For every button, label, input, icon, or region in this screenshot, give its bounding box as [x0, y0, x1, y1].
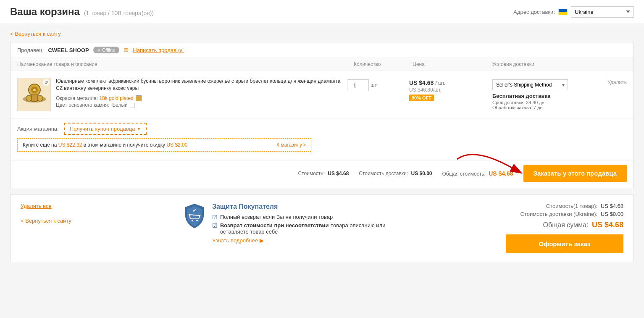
summary-shipping-value: US $0.00 — [601, 211, 623, 217]
main-content: < Вернуться к сайту Продавец: CWEEL SHOO… — [0, 24, 644, 269]
seller-name: CWEEL SHOOP — [48, 47, 89, 53]
shipping-cost-label: Стоимость доставки: — [359, 171, 408, 176]
summary-shipping-label: Стоимость доставки (Ukraine): — [520, 211, 598, 217]
promo-banner-text: Купите ещё на US $22.32 в этом магазине … — [23, 142, 187, 148]
to-store-link[interactable]: К магазину > — [276, 142, 306, 148]
promo-section: Акция магазина: Получить купон продавца … — [11, 118, 633, 160]
bottom-left: Удалить все < Вернуться к сайту — [21, 203, 71, 224]
refresh-icon[interactable]: ↺ — [43, 79, 50, 86]
price-value: US $4.68 — [409, 79, 434, 86]
protection-text2-bold: Возврат стоимости при несоответствии — [220, 222, 329, 229]
cart-footer: Стоимость: US $4.68 Стоимость доставки: … — [11, 160, 633, 189]
summary-total-row: Общая сумма: US $4.68 — [506, 221, 623, 229]
checkout-button[interactable]: Оформить заказ — [506, 234, 623, 253]
summary-cost-label: Стоимость(1 товар): — [546, 203, 597, 209]
svg-point-9 — [192, 220, 193, 221]
product-image: ↺ — [17, 78, 51, 111]
protection-text2: Возврат стоимости при несоответствии тов… — [220, 222, 394, 235]
discount-badge: 90% OFF — [409, 95, 434, 101]
coupon-btn-label: Получить купон продавца — [70, 126, 135, 132]
delivery-country-select[interactable]: Ukraine — [571, 6, 634, 18]
svg-point-4 — [26, 95, 32, 101]
bottom-bar: Удалить все < Вернуться к сайту ✓ — [10, 194, 634, 262]
delete-link[interactable]: Удалить — [607, 79, 627, 85]
col-quantity: Количество — [354, 61, 413, 67]
cost-label-footer: Стоимость: US $4.68 — [298, 171, 349, 176]
promo-label: Акция магазина: — [17, 126, 59, 132]
offline-dot-icon — [97, 49, 100, 52]
back-link-top[interactable]: < Вернуться к сайту — [10, 31, 61, 37]
order-button[interactable]: Заказать у этого продавца — [523, 165, 627, 182]
banner-amount2: US $2.00 — [166, 142, 187, 148]
buyer-protection: ✓ Защита Покупателя ☑ Полный возврат есл… — [184, 203, 394, 244]
get-coupon-button[interactable]: Получить купон продавца ▼ — [64, 123, 147, 135]
svg-rect-6 — [32, 94, 37, 102]
col-price: Цена — [413, 61, 492, 67]
summary-cost-value: US $4.68 — [601, 203, 623, 209]
protection-item2: ☑ Возврат стоимости при несоответствии т… — [212, 222, 394, 235]
seller-header: Продавец: CWEEL SHOOP Offline ✉ Написать… — [11, 42, 633, 58]
col-product: Наименование товара и описание — [17, 61, 354, 67]
check1-icon: ☑ — [212, 214, 218, 221]
promo-row: Акция магазина: Получить купон продавца … — [17, 123, 627, 135]
quantity-unit: шт. — [371, 82, 378, 88]
cost-value-footer: US $4.68 — [328, 171, 349, 176]
total-value-footer: US $4.68 — [489, 170, 513, 177]
attr1-value[interactable]: 18k gold plated — [99, 95, 133, 101]
product-details: Ювелирные комплект африканский бусины во… — [56, 78, 344, 108]
back-nav-top: < Вернуться к сайту — [10, 31, 634, 37]
page-subtitle: (1 товар / 100 товара(ов)) — [84, 10, 154, 16]
protection-title: Защита Покупателя — [212, 203, 394, 210]
page-title: Ваша корзина — [10, 6, 80, 18]
banner-amount1: US $22.32 — [58, 142, 82, 148]
free-shipping-label: Бесплатная доставка — [492, 93, 627, 99]
protection-details: Защита Покупателя ☑ Полный возврат если … — [212, 203, 394, 244]
price-cell: US $4.68 / шт. US $46.80/шт. 90% OFF — [409, 78, 489, 101]
svg-point-10 — [196, 220, 198, 221]
page-wrapper: Ваша корзина (1 товар / 100 товара(ов)) … — [0, 0, 644, 269]
shipping-info: Бесплатная доставка Срок доставки: 39-40… — [492, 93, 627, 110]
seller-label: Продавец: — [17, 47, 44, 53]
product-row: ↺ Ювелирные комплект африканский бусины … — [11, 71, 633, 118]
protection-item1: ☑ Полный возврат если Вы не получили тов… — [212, 214, 394, 221]
attr2-value: Белый — [112, 102, 127, 108]
col-shipping: Условия доставки — [492, 61, 627, 67]
table-header: Наименование товара и описание Количеств… — [11, 58, 633, 71]
banner-text1: Купите ещё на — [23, 142, 57, 148]
shipping-cell: Seller's Shipping Method ▼ Удалить Беспл… — [492, 78, 627, 110]
total-label-footer: Общая стоимость: — [442, 171, 486, 177]
svg-point-7 — [33, 89, 36, 91]
seller-status-badge: Offline — [93, 47, 120, 53]
price-current: US $4.68 / шт. — [409, 79, 489, 86]
message-seller-link[interactable]: Написать продавцу! — [133, 47, 184, 53]
order-summary: Стоимость(1 товар): US $4.68 Стоимость д… — [506, 203, 623, 253]
delete-all-link[interactable]: Удалить все — [21, 203, 71, 209]
processing-time: Обработка заказа: 7 дн. — [492, 105, 627, 110]
attr1-label: Окраска металла: — [56, 95, 98, 101]
cart-section: Продавец: CWEEL SHOOP Offline ✉ Написать… — [10, 42, 634, 189]
quantity-input[interactable] — [347, 79, 369, 91]
page-header: Ваша корзина (1 товар / 100 товара(ов)) … — [0, 0, 644, 24]
product-attr-metal: Окраска металла: 18k gold plated — [56, 95, 344, 102]
shipping-method-select[interactable]: Seller's Shipping Method — [492, 79, 568, 90]
white-swatch-icon — [130, 103, 135, 108]
shipping-select-wrapper: Seller's Shipping Method ▼ — [492, 79, 568, 90]
product-attr-stone: Цвет основного камня: Белый — [56, 102, 344, 108]
to-store-arrow-icon: > — [303, 142, 306, 148]
learn-more-link[interactable]: Узнать подробнее ▶ — [212, 237, 264, 244]
summary-total-value: US $4.68 — [592, 221, 623, 229]
back-link-bottom[interactable]: < Вернуться к сайту — [21, 218, 71, 224]
delivery-address-section: Адрес доставки: Ukraine — [513, 6, 634, 18]
delivery-label: Адрес доставки: — [513, 9, 555, 15]
svg-text:✓: ✓ — [192, 208, 197, 213]
shipping-cost-value: US $0.00 — [411, 171, 432, 176]
price-per: / шт. — [435, 80, 445, 86]
banner-text2: в этом магазине и получите скидку — [84, 142, 165, 148]
seller-status-text: Offline — [102, 47, 116, 53]
cost-label-text: Стоимость: — [298, 171, 325, 176]
summary-cost-row: Стоимость(1 товар): US $4.68 — [506, 203, 623, 209]
delivery-time: Срок доставки: 39-40 дн. — [492, 100, 627, 105]
shipping-cost-footer: Стоимость доставки: US $0.00 — [359, 171, 432, 176]
protection-text1: Полный возврат если Вы не получили товар — [220, 214, 333, 220]
gold-swatch-icon — [136, 95, 142, 101]
